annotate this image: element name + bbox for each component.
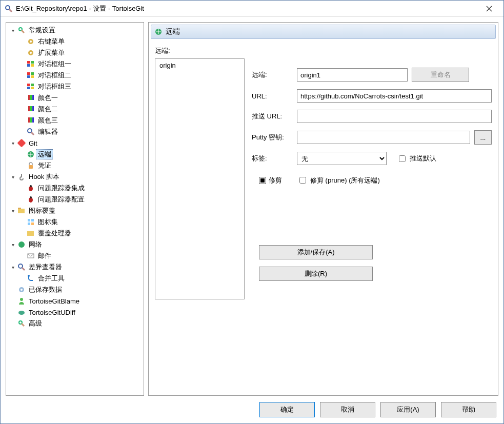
tree-iconset[interactable]: 图标集	[7, 216, 143, 228]
magnifier-icon	[27, 128, 35, 136]
tree-udiff[interactable]: TortoiseGitUDiff	[7, 307, 143, 318]
prune-checkbox[interactable]: 修剪	[259, 176, 282, 185]
svg-rect-25	[28, 106, 30, 111]
tree-blame[interactable]: TortoiseGitBlame	[7, 295, 143, 307]
tree-label: 对话框组三	[36, 82, 73, 91]
tree-label: 右键菜单	[36, 37, 66, 46]
browse-button[interactable]: ...	[474, 130, 492, 145]
svg-line-32	[31, 132, 34, 135]
tree-network[interactable]: ▾ 网络	[7, 239, 143, 250]
tree-editor[interactable]: 编辑器	[7, 126, 143, 137]
chevron-down-icon[interactable]: ▾	[9, 207, 16, 214]
tree-label: 颜色二	[36, 105, 59, 114]
svg-rect-17	[31, 75, 34, 78]
tree-issue-cfg[interactable]: 问题跟踪器配置	[7, 194, 143, 205]
tree-hook[interactable]: ▾ Hook 脚本	[7, 171, 143, 183]
close-button[interactable]	[479, 1, 499, 16]
chevron-down-icon[interactable]: ▾	[9, 27, 16, 34]
tree-color3[interactable]: 颜色三	[7, 115, 143, 126]
tree-cred[interactable]: 凭证	[7, 160, 143, 171]
prune-all-checkbox[interactable]: 修剪 (prune) (所有远端)	[297, 175, 380, 185]
chevron-down-icon[interactable]: ▾	[9, 264, 16, 271]
mail-icon	[27, 252, 35, 260]
delete-button[interactable]: 删除(R)	[259, 267, 373, 281]
svg-point-7	[30, 41, 32, 43]
globe-icon	[154, 28, 163, 36]
chevron-down-icon[interactable]: ▾	[9, 139, 16, 147]
tree-context-menu[interactable]: 右键菜单	[7, 36, 143, 47]
settings-tree[interactable]: ▾ 常规设置 右键菜单 扩展菜单 对话框组一 对话框组二	[6, 22, 144, 396]
tree-merge[interactable]: 合并工具	[7, 273, 143, 284]
tree-color1[interactable]: 颜色一	[7, 92, 143, 104]
rename-button[interactable]: 重命名	[412, 68, 469, 82]
svg-rect-18	[27, 84, 30, 86]
window-title: E:\Git_Repository\repo1 - 设置 - TortoiseG…	[16, 4, 479, 13]
tree-label: TortoiseGitBlame	[27, 297, 81, 305]
prune-box[interactable]	[259, 177, 266, 184]
svg-line-5	[22, 30, 24, 33]
tree-overlay-handler[interactable]: 覆盖处理器	[7, 228, 143, 239]
remote-list[interactable]: origin	[155, 58, 245, 299]
putty-input[interactable]	[297, 131, 470, 144]
wrench-icon	[17, 26, 26, 34]
apply-button[interactable]: 应用(A)	[380, 402, 436, 417]
cancel-button[interactable]: 取消	[320, 402, 375, 417]
chevron-down-icon[interactable]: ▾	[9, 173, 16, 180]
tree-label: TortoiseGitUDiff	[27, 309, 77, 316]
svg-line-1	[9, 9, 12, 12]
svg-rect-12	[27, 64, 30, 67]
svg-rect-44	[28, 223, 30, 225]
remote-list-label: 远端:	[155, 46, 492, 55]
svg-point-9	[30, 52, 32, 54]
url-label: URL:	[252, 92, 293, 100]
push-default-checkbox[interactable]: 推送默认	[397, 154, 436, 164]
remote-name-input[interactable]	[297, 68, 408, 82]
bug-icon	[27, 195, 35, 204]
url-input[interactable]	[297, 89, 492, 103]
tree-mail[interactable]: 邮件	[7, 250, 143, 261]
tree-dlg2[interactable]: 对话框组二	[7, 70, 143, 81]
push-default-box[interactable]	[399, 155, 406, 162]
putty-label: Putty 密钥:	[252, 133, 293, 142]
ok-button[interactable]: 确定	[259, 402, 315, 417]
tree-remote[interactable]: 远端	[7, 149, 143, 160]
tree-saved-data[interactable]: 已保存数据	[7, 284, 143, 295]
palette-icon	[27, 105, 35, 113]
tree-overlay[interactable]: ▾ 图标覆盖	[7, 205, 143, 216]
help-button[interactable]: 帮助	[441, 402, 496, 417]
svg-rect-35	[29, 165, 33, 169]
svg-rect-15	[31, 72, 34, 75]
svg-rect-40	[18, 209, 25, 213]
tree-label: 对话框组一	[36, 59, 73, 69]
svg-rect-26	[30, 106, 32, 111]
windows-icon	[27, 60, 35, 68]
svg-rect-10	[27, 61, 30, 64]
remote-list-item[interactable]: origin	[158, 61, 241, 70]
prune-all-box[interactable]	[299, 177, 306, 184]
gear-icon	[27, 49, 35, 57]
merge-icon	[27, 274, 35, 282]
svg-rect-23	[30, 95, 32, 100]
tree-label: 编辑器	[36, 127, 59, 136]
tag-select[interactable]: 无	[297, 152, 387, 165]
svg-rect-19	[31, 84, 34, 86]
tree-dlg3[interactable]: 对话框组三	[7, 81, 143, 92]
svg-rect-30	[32, 117, 34, 123]
svg-rect-21	[31, 87, 34, 89]
tree-general[interactable]: ▾ 常规设置	[7, 25, 143, 36]
tree-issue-int[interactable]: 问题跟踪器集成	[7, 183, 143, 194]
tree-dlg1[interactable]: 对话框组一	[7, 58, 143, 70]
tree-git[interactable]: ▾ Git	[7, 137, 143, 149]
svg-point-39	[30, 196, 32, 198]
tree-color2[interactable]: 颜色二	[7, 104, 143, 115]
push-url-input[interactable]	[297, 110, 492, 123]
tree-label: 常规设置	[27, 26, 57, 35]
palette-icon	[27, 94, 35, 102]
add-save-button[interactable]: 添加/保存(A)	[259, 245, 373, 259]
chevron-down-icon[interactable]: ▾	[9, 241, 16, 248]
tree-diff[interactable]: ▾ 差异查看器	[7, 261, 143, 273]
tree-ext-menu[interactable]: 扩展菜单	[7, 47, 143, 58]
tree-label: 扩展菜单	[36, 48, 66, 57]
tree-label: 问题跟踪器配置	[36, 195, 86, 204]
tree-advanced[interactable]: 高级	[7, 318, 143, 329]
